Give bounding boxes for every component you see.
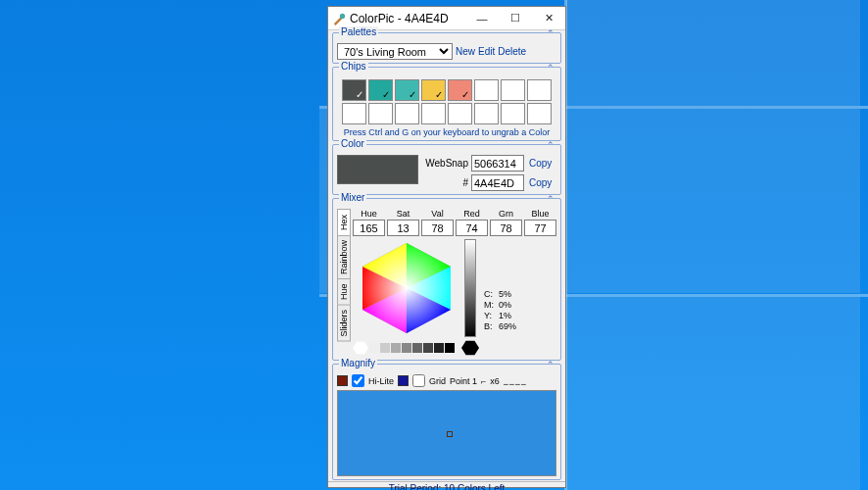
mixer-label: Red xyxy=(456,209,488,219)
color-chip[interactable]: ✓ xyxy=(395,79,419,101)
zoom-slider[interactable]: ⎯⎯⎯⎯ xyxy=(504,376,527,385)
color-chip[interactable] xyxy=(501,103,525,124)
color-chip[interactable] xyxy=(395,103,419,124)
close-button[interactable]: ✕ xyxy=(532,7,565,30)
mixer-label: Hue xyxy=(353,209,385,219)
mixer-label: Grn xyxy=(490,209,522,219)
color-chip[interactable] xyxy=(421,103,446,124)
chips-hint: Press Ctrl and G on your keyboard to ung… xyxy=(337,127,556,137)
mixer-section: Mixer ⌃ HexRainbowHueSliders HueSatValRe… xyxy=(332,198,561,361)
chips-section: Chips ⌃ ✓✓✓✓✓ Press Ctrl and G on your k… xyxy=(332,67,561,141)
svg-point-0 xyxy=(340,13,345,18)
mixer-tab-sliders[interactable]: Sliders xyxy=(337,305,351,342)
magnify-crosshair xyxy=(447,431,453,437)
collapse-icon[interactable]: ⌃ xyxy=(547,28,556,38)
websnap-input[interactable] xyxy=(471,155,524,172)
color-section: Color ⌃ WebSnap Copy # Copy xyxy=(332,144,561,195)
palette-new-button[interactable]: New xyxy=(456,46,475,57)
black-hex-icon[interactable] xyxy=(461,340,479,356)
zoom-label: x6 xyxy=(490,376,500,386)
minimize-button[interactable]: — xyxy=(465,7,499,30)
hilite-color[interactable] xyxy=(337,375,348,386)
color-chip[interactable] xyxy=(527,79,552,101)
cmyb-readout: C:5% M:0% Y:1% B:69% xyxy=(484,289,522,331)
collapse-icon[interactable]: ⌃ xyxy=(547,194,556,204)
color-chip[interactable] xyxy=(448,103,472,124)
magnify-legend: Magnify xyxy=(339,358,377,368)
copy-hex-button[interactable]: Copy xyxy=(529,177,556,188)
color-swatch xyxy=(337,155,418,184)
mixer-input-val[interactable] xyxy=(421,220,454,236)
magnify-section: Magnify ⌃ Hi-Lite Grid Point 1 ⌐ x6 ⎯⎯⎯⎯ xyxy=(332,364,561,480)
mixer-input-sat[interactable] xyxy=(387,220,419,236)
websnap-label: WebSnap xyxy=(424,158,468,169)
color-chip[interactable] xyxy=(342,103,366,124)
hex-label: # xyxy=(424,177,468,188)
maximize-button[interactable]: ☐ xyxy=(499,7,532,30)
palette-select[interactable]: 70's Living Room xyxy=(337,43,453,60)
copy-websnap-button[interactable]: Copy xyxy=(529,158,556,169)
mixer-label: Sat xyxy=(387,209,419,219)
window-title: ColorPic - 4A4E4D xyxy=(350,12,465,25)
point-lock-icon[interactable]: ⌐ xyxy=(481,376,486,386)
palettes-section: Palettes ⌃ 70's Living Room New Edit Del… xyxy=(332,32,561,64)
color-chip[interactable] xyxy=(501,79,525,101)
color-chip[interactable] xyxy=(368,103,393,124)
collapse-icon[interactable]: ⌃ xyxy=(547,140,556,150)
mixer-tab-hue[interactable]: Hue xyxy=(337,278,351,306)
colorpic-window: ColorPic - 4A4E4D — ☐ ✕ Palettes ⌃ 70's … xyxy=(327,6,566,488)
palette-delete-button[interactable]: Delete xyxy=(498,46,526,57)
hilite-label: Hi-Lite xyxy=(368,376,394,386)
grid-checkbox[interactable] xyxy=(412,374,425,387)
mixer-input-grn[interactable] xyxy=(490,220,522,236)
grayscale-row[interactable] xyxy=(353,340,556,356)
value-gradient[interactable] xyxy=(464,239,476,337)
svg-marker-8 xyxy=(362,243,451,333)
collapse-icon[interactable]: ⌃ xyxy=(547,63,556,73)
mixer-label: Blue xyxy=(524,209,556,219)
color-chip[interactable]: ✓ xyxy=(342,79,366,101)
palette-edit-button[interactable]: Edit xyxy=(478,46,495,57)
color-chip[interactable] xyxy=(474,79,499,101)
hex-input[interactable] xyxy=(471,174,524,191)
mixer-input-hue[interactable] xyxy=(353,220,385,236)
hilite-checkbox[interactable] xyxy=(352,374,364,387)
mixer-legend: Mixer xyxy=(339,192,366,203)
color-legend: Color xyxy=(339,138,366,149)
mixer-tab-hex[interactable]: Hex xyxy=(337,209,351,236)
magnify-view[interactable] xyxy=(337,390,556,476)
chips-legend: Chips xyxy=(339,61,368,72)
mixer-label: Val xyxy=(421,209,454,219)
grid-color[interactable] xyxy=(398,375,409,386)
collapse-icon[interactable]: ⌃ xyxy=(547,360,556,369)
mixer-input-red[interactable] xyxy=(456,220,488,236)
status-bar[interactable]: Trial Period: 10 Colors Left xyxy=(328,481,565,490)
grid-label: Grid xyxy=(429,376,446,386)
color-chip[interactable]: ✓ xyxy=(421,79,446,101)
mixer-tab-rainbow[interactable]: Rainbow xyxy=(337,235,351,279)
color-chip[interactable]: ✓ xyxy=(368,79,393,101)
color-chip[interactable] xyxy=(527,103,552,124)
mixer-input-blue[interactable] xyxy=(524,220,556,236)
color-chip[interactable] xyxy=(474,103,499,124)
app-icon xyxy=(332,12,346,25)
point-label[interactable]: Point 1 xyxy=(450,376,477,386)
palettes-legend: Palettes xyxy=(339,26,378,37)
color-chip[interactable]: ✓ xyxy=(448,79,472,101)
hex-color-wheel[interactable] xyxy=(353,239,460,337)
